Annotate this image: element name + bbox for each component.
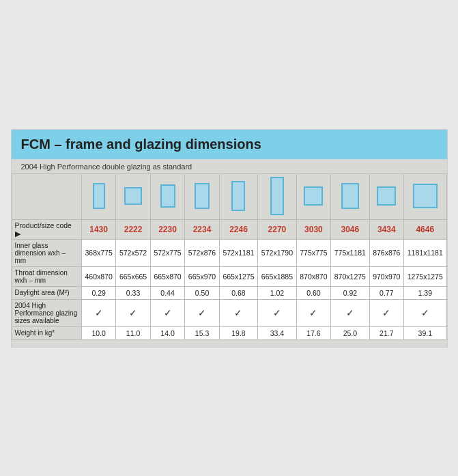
throat-label: Throat dimension wxh – mm: [12, 266, 81, 286]
weight-2246: 19.8: [219, 326, 257, 339]
code-4646: 4646: [404, 219, 446, 239]
weight-1430: 10.0: [81, 326, 115, 339]
code-2270: 2270: [258, 219, 296, 239]
hp-3434: ✓: [369, 299, 403, 326]
icon-row: [12, 173, 446, 219]
throat-3030: 870x870: [296, 266, 330, 286]
window-icon-2270: [258, 173, 296, 219]
weight-2270: 33.4: [258, 326, 296, 339]
window-icon-3434: [369, 173, 403, 219]
daylight-3434: 0.77: [369, 286, 403, 299]
hp-2234: ✓: [185, 299, 219, 326]
title-bar: FCM – frame and glazing dimensions: [12, 130, 447, 159]
product-row-label: Product/size code ▶: [12, 219, 81, 239]
subtitle: 2004 High Performance double glazing as …: [12, 159, 447, 173]
throat-2270: 665x1885: [258, 266, 296, 286]
hp-3030: ✓: [296, 299, 330, 326]
hp-2222: ✓: [116, 299, 150, 326]
weight-label: Weight in kg*: [12, 326, 81, 339]
daylight-2222: 0.33: [116, 286, 150, 299]
window-icon-2230: [150, 173, 184, 219]
code-2234: 2234: [185, 219, 219, 239]
window-icon-1430: [81, 173, 115, 219]
throat-3046: 870x1275: [331, 266, 369, 286]
daylight-2230: 0.44: [150, 286, 184, 299]
window-icon-2234: [185, 173, 219, 219]
daylight-label: Daylight area (M²): [12, 286, 81, 299]
daylight-3030: 0.60: [296, 286, 330, 299]
throat-3434: 970x970: [369, 266, 403, 286]
throat-4646: 1275x1275: [404, 266, 446, 286]
hp-2230: ✓: [150, 299, 184, 326]
window-icon-4646: [404, 173, 446, 219]
daylight-row: Daylight area (M²) 0.29 0.33 0.44 0.50 0…: [12, 286, 446, 299]
hp-1430: ✓: [81, 299, 115, 326]
code-3434: 3434: [369, 219, 403, 239]
code-1430: 1430: [81, 219, 115, 239]
throat-2246: 665x1275: [219, 266, 257, 286]
hp-3046: ✓: [331, 299, 369, 326]
inner-glass-3434: 876x876: [369, 239, 403, 266]
main-container: FCM – frame and glazing dimensions 2004 …: [11, 129, 448, 348]
weight-2234: 15.3: [185, 326, 219, 339]
weight-4646: 39.1: [404, 326, 446, 339]
weight-3030: 17.6: [296, 326, 330, 339]
hp-2270: ✓: [258, 299, 296, 326]
code-3030: 3030: [296, 219, 330, 239]
window-icon-2246: [219, 173, 257, 219]
inner-glass-2230: 572x775: [150, 239, 184, 266]
daylight-2270: 1.02: [258, 286, 296, 299]
code-2222: 2222: [116, 219, 150, 239]
window-icon-3030: [296, 173, 330, 219]
product-code-row: Product/size code ▶ 1430 2222 2230 2234 …: [12, 219, 446, 239]
table-wrapper: Product/size code ▶ 1430 2222 2230 2234 …: [12, 173, 447, 347]
inner-glass-4646: 1181x1181: [404, 239, 446, 266]
hp-glazing-row: 2004 High Performance glazing sizes avai…: [12, 299, 446, 326]
hp-4646: ✓: [404, 299, 446, 326]
hp-glazing-label: 2004 High Performance glazing sizes avai…: [12, 299, 81, 326]
throat-row: Throat dimension wxh – mm 460x870 665x66…: [12, 266, 446, 286]
dimensions-table: Product/size code ▶ 1430 2222 2230 2234 …: [12, 173, 447, 340]
throat-2234: 665x970: [185, 266, 219, 286]
weight-2222: 11.0: [116, 326, 150, 339]
inner-glass-2222: 572x572: [116, 239, 150, 266]
daylight-4646: 1.39: [404, 286, 446, 299]
inner-glass-label: Inner glass dimension wxh – mm: [12, 239, 81, 266]
daylight-1430: 0.29: [81, 286, 115, 299]
weight-3434: 21.7: [369, 326, 403, 339]
daylight-2246: 0.68: [219, 286, 257, 299]
window-icon-3046: [331, 173, 369, 219]
inner-glass-3030: 775x775: [296, 239, 330, 266]
window-icon-2222: [116, 173, 150, 219]
throat-2230: 665x870: [150, 266, 184, 286]
inner-glass-row: Inner glass dimension wxh – mm 368x775 5…: [12, 239, 446, 266]
weight-row: Weight in kg* 10.0 11.0 14.0 15.3 19.8 3…: [12, 326, 446, 339]
code-2230: 2230: [150, 219, 184, 239]
inner-glass-2270: 572x1790: [258, 239, 296, 266]
inner-glass-2246: 572x1181: [219, 239, 257, 266]
code-2246: 2246: [219, 219, 257, 239]
code-3046: 3046: [331, 219, 369, 239]
inner-glass-3046: 775x1181: [331, 239, 369, 266]
inner-glass-1430: 368x775: [81, 239, 115, 266]
daylight-3046: 0.92: [331, 286, 369, 299]
throat-2222: 665x665: [116, 266, 150, 286]
page-title: FCM – frame and glazing dimensions: [21, 137, 438, 152]
throat-1430: 460x870: [81, 266, 115, 286]
weight-3046: 25.0: [331, 326, 369, 339]
daylight-2234: 0.50: [185, 286, 219, 299]
weight-2230: 14.0: [150, 326, 184, 339]
hp-2246: ✓: [219, 299, 257, 326]
inner-glass-2234: 572x876: [185, 239, 219, 266]
icon-label-cell: [12, 173, 81, 219]
